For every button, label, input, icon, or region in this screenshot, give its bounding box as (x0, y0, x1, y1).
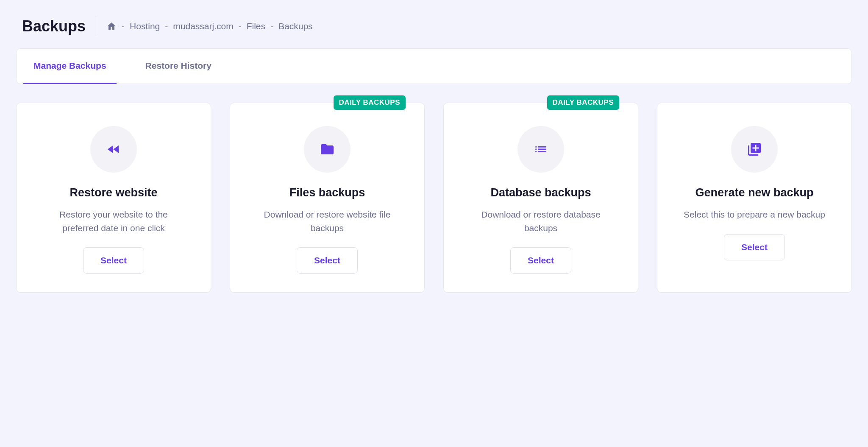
tabs: Manage Backups Restore History (16, 48, 852, 84)
card-description: Restore your website to the preferred da… (42, 208, 186, 235)
breadcrumb-domain[interactable]: mudassarj.com (173, 21, 233, 31)
card-title: Generate new backup (695, 186, 813, 199)
breadcrumb-separator: - (122, 21, 125, 31)
select-button-restore[interactable]: Select (83, 247, 144, 274)
list-icon (534, 142, 548, 156)
daily-backups-badge: DAILY BACKUPS (547, 95, 619, 110)
breadcrumb-separator: - (270, 21, 273, 31)
card-description: Select this to prepare a new backup (684, 208, 825, 221)
rewind-icon (106, 142, 121, 157)
card-title: Files backups (289, 186, 365, 199)
card-files-backups: DAILY BACKUPS Files backups Download or … (230, 103, 425, 293)
select-button-database[interactable]: Select (510, 247, 571, 274)
card-icon-wrapper (517, 126, 564, 173)
folder-icon (320, 142, 335, 157)
home-icon[interactable] (106, 21, 117, 31)
card-icon-wrapper (304, 126, 351, 173)
breadcrumb-current: Backups (278, 21, 313, 31)
select-button-generate[interactable]: Select (724, 234, 785, 260)
breadcrumb-files[interactable]: Files (247, 21, 265, 31)
breadcrumb-hosting[interactable]: Hosting (130, 21, 160, 31)
daily-backups-badge: DAILY BACKUPS (334, 95, 406, 110)
card-description: Download or restore database backups (469, 208, 613, 235)
select-button-files[interactable]: Select (297, 247, 358, 274)
breadcrumb-separator: - (165, 21, 168, 31)
card-description: Download or restore website file backups (255, 208, 399, 235)
page-title: Backups (22, 17, 86, 35)
card-icon-wrapper (731, 126, 778, 173)
page-header: Backups - Hosting - mudassarj.com - File… (16, 16, 852, 36)
add-backup-icon (747, 142, 762, 157)
card-generate-backup: Generate new backup Select this to prepa… (657, 103, 852, 293)
card-restore-website: Restore website Restore your website to … (16, 103, 211, 293)
breadcrumb: - Hosting - mudassarj.com - Files - Back… (106, 21, 312, 31)
tab-manage-backups[interactable]: Manage Backups (23, 49, 117, 84)
card-title: Database backups (490, 186, 591, 199)
tab-restore-history[interactable]: Restore History (135, 49, 222, 84)
breadcrumb-separator: - (239, 21, 242, 31)
header-divider (96, 16, 96, 36)
cards-row: Restore website Restore your website to … (16, 103, 852, 293)
card-title: Restore website (70, 186, 157, 199)
card-database-backups: DAILY BACKUPS Database backups Download … (443, 103, 638, 293)
card-icon-wrapper (90, 126, 137, 173)
